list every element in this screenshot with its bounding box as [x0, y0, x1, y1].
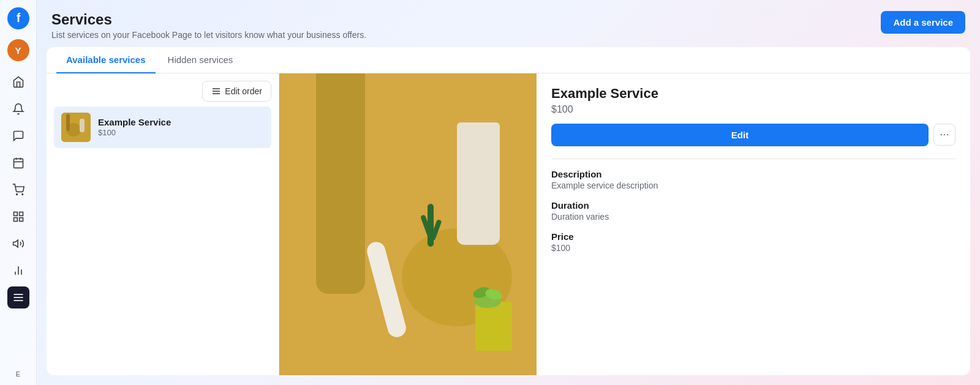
svg-marker-12: [13, 240, 18, 247]
service-item-info: Example Service $100: [98, 117, 264, 137]
page-header: Services List services on your Facebook …: [37, 0, 980, 47]
sidebar-item-analytics[interactable]: [7, 260, 29, 282]
plant-pot-decoration: [469, 277, 506, 326]
content-panel: Available services Hidden services Edit …: [47, 47, 970, 375]
svg-point-7: [21, 194, 23, 195]
sidebar-item-megaphone[interactable]: [7, 233, 29, 255]
more-dots-icon: [939, 129, 950, 140]
service-item-price: $100: [98, 128, 264, 137]
tab-hidden-services[interactable]: Hidden services: [158, 47, 243, 73]
service-info-area: Example Service $100 Edit Description: [537, 73, 970, 375]
service-more-button[interactable]: [933, 124, 956, 146]
white-strip-decoration: [365, 240, 408, 339]
header-text: Services List services on your Facebook …: [51, 11, 366, 40]
user-avatar[interactable]: Y: [7, 39, 29, 61]
meta-logo-icon: f: [7, 7, 29, 29]
svg-text:f: f: [16, 11, 20, 24]
svg-rect-8: [13, 212, 17, 216]
edit-order-button[interactable]: Edit order: [202, 81, 271, 102]
plant-leaves-decoration: [414, 204, 451, 265]
service-detail-price: $100: [551, 104, 956, 115]
sidebar-bottom-label: E: [16, 370, 20, 378]
description-value: Example service description: [551, 181, 956, 190]
svg-rect-2: [13, 159, 23, 168]
service-image-bg: [279, 73, 537, 375]
service-list-item[interactable]: Example Service $100: [54, 107, 271, 148]
service-list-panel: Edit order Example Service: [47, 73, 279, 375]
price-value: $100: [551, 243, 956, 253]
duration-section: Duration Duration varies: [551, 200, 956, 222]
duration-label: Duration: [551, 200, 956, 211]
vase-tall-decoration: [316, 73, 365, 294]
svg-point-33: [944, 134, 945, 135]
duration-value: Duration varies: [551, 212, 956, 222]
edit-order-label: Edit order: [225, 86, 262, 96]
edit-order-icon: [211, 86, 221, 96]
service-edit-button[interactable]: Edit: [551, 124, 929, 146]
svg-point-6: [16, 194, 17, 195]
add-service-button[interactable]: Add a service: [881, 11, 965, 34]
svg-point-32: [941, 134, 942, 135]
sidebar-item-messages[interactable]: [7, 125, 29, 147]
description-label: Description: [551, 169, 956, 179]
page-title: Services: [51, 11, 366, 29]
sidebar-bottom: E: [16, 370, 20, 378]
svg-point-34: [947, 134, 948, 135]
sidebar-item-grid[interactable]: [7, 206, 29, 228]
svg-rect-24: [80, 119, 85, 132]
service-detail-name: Example Service: [551, 86, 956, 102]
sidebar-item-menu[interactable]: [7, 286, 29, 308]
page-subtitle: List services on your Facebook Page to l…: [51, 30, 366, 40]
price-label: Price: [551, 231, 956, 242]
service-detail-panel: Example Service $100 Edit Description: [279, 73, 970, 375]
svg-rect-11: [13, 218, 17, 222]
service-actions: Edit: [551, 124, 956, 146]
sidebar-item-notifications[interactable]: [7, 98, 29, 120]
vase-white-decoration: [457, 122, 500, 245]
main-content: Services List services on your Facebook …: [37, 0, 980, 385]
section-divider: [551, 159, 956, 159]
svg-rect-9: [19, 212, 23, 216]
svg-rect-10: [19, 218, 23, 222]
services-layout: Edit order Example Service: [47, 73, 970, 375]
service-item-name: Example Service: [98, 117, 264, 127]
svg-rect-25: [66, 114, 70, 131]
sidebar: f Y: [0, 0, 37, 385]
tabs-bar: Available services Hidden services: [47, 47, 970, 73]
service-thumbnail: [61, 113, 91, 142]
sidebar-item-home[interactable]: [7, 71, 29, 93]
avatar-letter: Y: [15, 45, 21, 56]
sidebar-item-calendar[interactable]: [7, 152, 29, 174]
service-image: [279, 73, 537, 375]
sidebar-item-shop[interactable]: [7, 179, 29, 201]
description-section: Description Example service description: [551, 169, 956, 190]
price-section: Price $100: [551, 231, 956, 253]
tab-available-services[interactable]: Available services: [56, 47, 156, 73]
